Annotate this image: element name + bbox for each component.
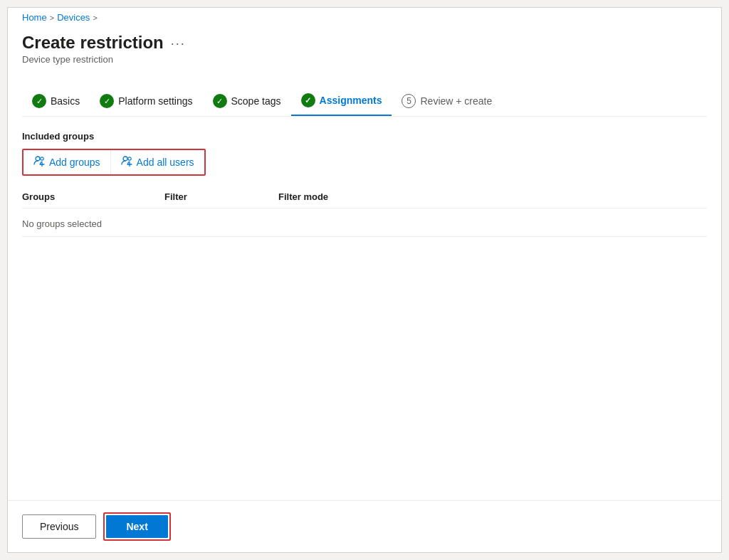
step-review-create[interactable]: 5 Review + create xyxy=(392,88,502,115)
step-platform-label: Platform settings xyxy=(118,95,192,107)
included-groups-label: Included groups xyxy=(22,131,707,142)
add-all-users-label: Add all users xyxy=(137,157,194,168)
svg-point-1 xyxy=(41,157,43,160)
add-groups-icon xyxy=(33,155,45,169)
add-groups-button[interactable]: Add groups xyxy=(23,150,111,174)
step-assignments-label: Assignments xyxy=(320,95,382,106)
table-empty-row: No groups selected xyxy=(22,211,707,237)
breadcrumb: Home > Devices > xyxy=(22,12,707,23)
top-bar: Home > Devices > xyxy=(8,8,721,26)
add-all-users-icon xyxy=(121,155,132,169)
content-area: Included groups Add groups xyxy=(8,117,721,500)
svg-point-4 xyxy=(123,157,127,161)
step-basics-label: Basics xyxy=(51,95,80,107)
next-button-wrapper: Next xyxy=(103,512,170,541)
more-options-icon[interactable]: ··· xyxy=(171,36,186,51)
page-title: Create restriction xyxy=(22,33,164,53)
table-header: Groups Filter Filter mode xyxy=(22,186,707,208)
breadcrumb-devices[interactable]: Devices xyxy=(57,12,90,23)
empty-message: No groups selected xyxy=(22,218,164,229)
wizard-steps: ✓ Basics ✓ Platform settings ✓ Scope tag… xyxy=(8,76,721,116)
add-groups-label: Add groups xyxy=(49,157,100,168)
step-review-num-icon: 5 xyxy=(402,94,416,108)
step-platform-check-icon: ✓ xyxy=(100,94,114,108)
step-assignments-check-icon: ✓ xyxy=(301,93,315,107)
next-button[interactable]: Next xyxy=(106,515,167,538)
col-groups: Groups xyxy=(22,191,164,202)
main-window: Home > Devices > Create restriction ··· … xyxy=(7,7,722,553)
add-all-users-button[interactable]: Add all users xyxy=(111,150,204,174)
step-scope-label: Scope tags xyxy=(231,95,281,107)
footer: Previous Next xyxy=(8,500,721,552)
col-filter-mode: Filter mode xyxy=(278,191,421,202)
breadcrumb-sep2: > xyxy=(93,14,97,22)
breadcrumb-sep1: > xyxy=(50,14,54,22)
step-review-label: Review + create xyxy=(420,95,492,107)
page-header: Create restriction ··· Device type restr… xyxy=(8,26,721,76)
page-subtitle: Device type restriction xyxy=(22,54,707,65)
svg-point-0 xyxy=(36,157,40,161)
step-scope-check-icon: ✓ xyxy=(213,94,227,108)
step-basics[interactable]: ✓ Basics xyxy=(22,88,90,115)
previous-button[interactable]: Previous xyxy=(22,514,96,539)
breadcrumb-home[interactable]: Home xyxy=(22,12,47,23)
svg-point-5 xyxy=(127,157,130,160)
step-platform-settings[interactable]: ✓ Platform settings xyxy=(90,88,202,115)
step-basics-check-icon: ✓ xyxy=(32,94,46,108)
step-assignments[interactable]: ✓ Assignments xyxy=(291,88,392,116)
step-scope-tags[interactable]: ✓ Scope tags xyxy=(203,88,291,115)
col-filter: Filter xyxy=(164,191,278,202)
action-buttons-group: Add groups Add all users xyxy=(22,149,206,176)
